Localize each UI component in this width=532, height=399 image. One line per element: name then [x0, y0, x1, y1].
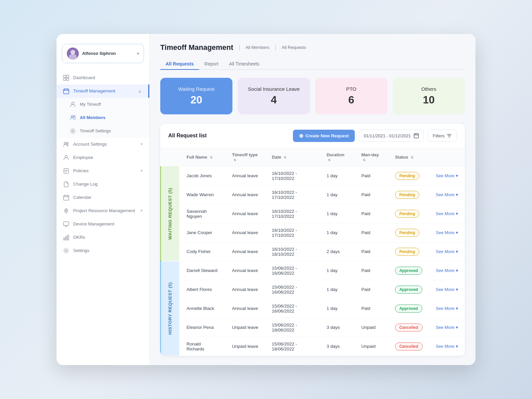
bar-chart-icon [63, 234, 69, 240]
table-row: Savannah Nguyen Annual leave 16/10/2022 … [161, 204, 465, 223]
cell-name: Wade Warren [180, 185, 225, 204]
cell-status: Pending [388, 204, 429, 223]
cell-manday: Paid [355, 261, 388, 280]
cell-type: Annual leave [225, 261, 265, 280]
cell-manday: Paid [355, 223, 388, 242]
chevron-icon: ▾ [456, 268, 458, 273]
header-nav-all-members[interactable]: All Members [245, 45, 269, 50]
cell-name: Ronald Richards [180, 337, 225, 356]
cell-type: Annual leave [225, 185, 265, 204]
calendar-icon [63, 88, 69, 94]
sidebar-item-my-timeoff[interactable]: My Timeoff [57, 98, 149, 111]
cell-type: Annual leave [225, 299, 265, 318]
cell-date: 15/06/2022 - 16/06/2022 [265, 280, 320, 299]
sidebar-item-policies[interactable]: Policies ▾ [57, 164, 149, 178]
svg-rect-7 [64, 89, 69, 94]
cell-name: Savannah Nguyen [180, 204, 225, 223]
sort-name-icon[interactable]: ⇅ [210, 156, 212, 159]
plus-icon: ⊕ [299, 133, 303, 139]
sidebar-item-account-settings[interactable]: Account Settings ▾ [57, 138, 149, 151]
tab-all-requests[interactable]: All Requests [160, 59, 199, 70]
sidebar-label-account-settings: Account Settings [73, 142, 107, 147]
filters-button[interactable]: Filters [428, 130, 457, 142]
file-icon [63, 181, 69, 187]
sidebar-item-settings[interactable]: Settings [57, 244, 149, 257]
stat-others-label: Others [421, 86, 436, 92]
sidebar-item-dashboard[interactable]: Dashboard [57, 71, 149, 84]
header-divider: | [239, 44, 240, 51]
see-more-button[interactable]: See More ▾ [436, 230, 458, 235]
svg-point-14 [65, 155, 67, 158]
stat-social-value: 4 [271, 94, 277, 106]
see-more-button[interactable]: See More ▾ [436, 306, 458, 311]
cell-status: Pending [388, 166, 429, 185]
stat-card-others: Others 10 [393, 78, 465, 114]
svg-point-12 [64, 142, 66, 144]
sidebar-item-project-resource[interactable]: Project Resource Management ▾ [57, 204, 149, 217]
cell-action: See More ▾ [429, 299, 465, 318]
svg-point-1 [70, 50, 75, 55]
sidebar-item-calendar[interactable]: Calendar [57, 191, 149, 204]
tab-report[interactable]: Report [199, 59, 224, 70]
date-range-button[interactable]: 01/11/2021 - 01/12/2021 [359, 130, 424, 142]
cell-date: 16/10/2022 - 17/10/2022 [265, 223, 320, 242]
sidebar-label-my-timeoff: My Timeoff [80, 102, 101, 107]
stat-others-value: 10 [423, 94, 435, 106]
cell-name: Eleanor Pena [180, 318, 225, 337]
see-more-button[interactable]: See More ▾ [436, 268, 458, 273]
status-badge: Pending [395, 248, 419, 256]
sidebar-item-all-members[interactable]: All Members [57, 111, 149, 124]
see-more-button[interactable]: See More ▾ [436, 287, 458, 292]
see-more-button[interactable]: See More ▾ [436, 325, 458, 330]
cell-manday: Paid [355, 185, 388, 204]
sort-status-icon[interactable]: ⇅ [411, 156, 413, 159]
status-badge: Cancelled [395, 342, 423, 350]
svg-point-11 [72, 130, 74, 132]
cell-date: 16/10/2022 - 17/10/2022 [265, 166, 320, 185]
stats-row: Waiting Request 20 Social Insurance Leav… [160, 78, 465, 114]
expand-icon: ▲ [138, 89, 142, 93]
sort-date-icon[interactable]: ⇅ [284, 156, 286, 159]
cell-name: Cody Fisher [180, 242, 225, 261]
page-title: Timeoff Management [160, 43, 233, 52]
cell-duration: 1 day [320, 299, 355, 318]
sidebar-item-device-management[interactable]: Device Management [57, 217, 149, 231]
cell-status: Approved [388, 299, 429, 318]
svg-rect-15 [64, 169, 68, 173]
see-more-button[interactable]: See More ▾ [436, 192, 458, 197]
see-more-button[interactable]: See More ▾ [436, 173, 458, 178]
status-badge: Approved [395, 286, 422, 294]
sidebar-label-settings: Settings [73, 248, 89, 253]
cell-action: See More ▾ [429, 280, 465, 299]
col-section [161, 148, 180, 167]
table-row: Ronald Richards Unpaid leave 15/06/2022 … [161, 337, 465, 356]
chevron-icon: ▾ [456, 249, 458, 254]
col-timeoff-type: Timeoff type ⇅ [225, 148, 265, 167]
cell-action: See More ▾ [429, 337, 465, 356]
cell-action: See More ▾ [429, 242, 465, 261]
sort-duration-icon[interactable]: ⇅ [328, 158, 331, 162]
status-badge: Pending [395, 172, 419, 180]
sidebar-item-employee[interactable]: Employee [57, 151, 149, 164]
user-name: Alfonso Siphron [82, 51, 134, 56]
create-new-request-button[interactable]: ⊕ Create New Request [293, 130, 355, 142]
tab-all-timesheets[interactable]: All Timesheets [224, 59, 265, 70]
sidebar-label-calendar: Calendar [73, 195, 91, 200]
list-title: All Request list [168, 133, 207, 139]
sidebar-item-change-log[interactable]: Change Log [57, 178, 149, 191]
cell-status: Cancelled [388, 318, 429, 337]
see-more-button[interactable]: See More ▾ [436, 344, 458, 349]
sidebar-item-okrs[interactable]: OKRs [57, 231, 149, 244]
sort-manday-icon[interactable]: ⇅ [363, 158, 365, 162]
sidebar-item-timeoff-settings[interactable]: Timeoff Settings [57, 124, 149, 138]
cell-type: Unpaid leave [225, 318, 265, 337]
user-profile[interactable]: Alfonso Siphron ▾ [62, 44, 144, 63]
see-more-button[interactable]: See More ▾ [436, 249, 458, 254]
policies-icon [63, 168, 69, 174]
gear-icon [63, 248, 69, 254]
sort-type-icon[interactable]: ⇅ [233, 158, 236, 162]
see-more-button[interactable]: See More ▾ [436, 211, 458, 216]
sidebar-item-timeoff-management[interactable]: Timeoff Management ▲ [57, 84, 149, 98]
stat-card-pto: PTO 6 [315, 78, 387, 114]
header-nav-all-requests[interactable]: All Requests [282, 45, 306, 50]
